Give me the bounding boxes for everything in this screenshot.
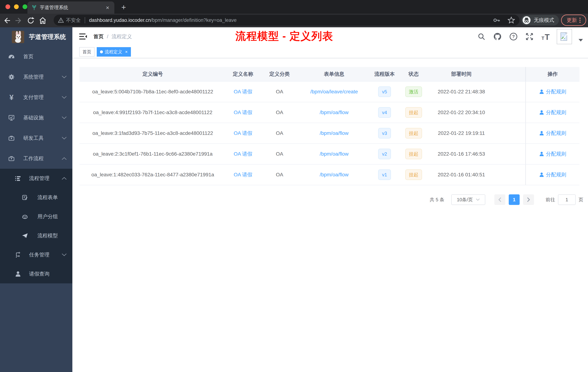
- browser-tab[interactable]: 芋道管理系统 ×: [27, 1, 114, 14]
- fullscreen-icon[interactable]: [525, 32, 534, 41]
- sidebar-toggle-icon[interactable]: [79, 33, 87, 40]
- chevron-down-icon: [62, 116, 67, 119]
- status-badge: 挂起: [405, 149, 422, 159]
- version-badge: v5: [378, 87, 391, 97]
- key-icon[interactable]: [493, 17, 500, 24]
- definition-id: oa_leave:3:1fad3d93-7b75-11ec-a3c8-acde4…: [79, 123, 226, 143]
- sidebar-item-system[interactable]: 系统管理: [0, 67, 72, 87]
- zoom-window-button[interactable]: [22, 4, 27, 9]
- deploy-time: 2022-01-22 21:48:38: [427, 82, 495, 102]
- avatar-caret-icon[interactable]: [578, 39, 583, 42]
- sidebar-item-dev-tools[interactable]: 研发工具: [0, 128, 72, 148]
- bookmark-star-icon[interactable]: [507, 16, 515, 24]
- back-icon[interactable]: [1, 15, 12, 26]
- github-icon[interactable]: [493, 32, 502, 41]
- definition-id: oa_leave:1:482ec033-762a-11ec-8477-a2380…: [79, 164, 226, 185]
- sidebar-item-process-management[interactable]: 流程管理: [0, 169, 72, 188]
- definition-name-link[interactable]: OA 请假: [234, 88, 252, 95]
- incognito-label: 无痕模式: [534, 17, 554, 24]
- col-definition-name: 定义名称: [226, 67, 260, 81]
- forward-icon[interactable]: [13, 15, 24, 26]
- person-icon: [539, 172, 544, 177]
- sidebar-item-user-group[interactable]: 用户分组: [0, 207, 72, 226]
- breadcrumb-home[interactable]: 首页: [94, 33, 104, 40]
- col-status: 状态: [400, 67, 427, 81]
- form-icon: [22, 194, 28, 201]
- definition-name-link[interactable]: OA 请假: [234, 109, 252, 116]
- version-badge: v1: [378, 169, 391, 180]
- col-form-info: 表单信息: [299, 67, 369, 81]
- window-controls: [5, 4, 27, 9]
- table-row: oa_leave:5:004b710b-7b8a-11ec-8ef0-acde4…: [79, 82, 579, 102]
- assign-rule-button[interactable]: 分配规则: [539, 130, 566, 137]
- definition-name-link[interactable]: OA 请假: [234, 130, 252, 137]
- assign-rule-button[interactable]: 分配规则: [539, 88, 566, 95]
- sidebar-item-leave-query[interactable]: 请假查询: [0, 264, 72, 283]
- home-icon[interactable]: [37, 15, 48, 26]
- table-header: 定义编号 定义名称 定义分类 表单信息 流程版本 状态 部署时间 操作: [79, 67, 579, 82]
- definition-category: OA: [260, 123, 299, 143]
- sidebar-item-process-model[interactable]: 流程模型: [0, 226, 72, 245]
- form-link[interactable]: /bpm/oa/flow: [320, 151, 348, 157]
- security-status[interactable]: 不安全: [58, 17, 81, 23]
- assign-rule-button[interactable]: 分配规则: [539, 151, 566, 157]
- table-row: oa_leave:2:3c1f0ef1-76b1-11ec-9c66-a2380…: [79, 144, 579, 164]
- tab-close-icon[interactable]: ×: [105, 5, 110, 11]
- paper-plane-icon: [22, 233, 28, 239]
- gear-icon: [8, 74, 15, 80]
- app-title: 芋道管理系统: [29, 33, 66, 41]
- definition-name-link[interactable]: OA 请假: [234, 171, 252, 178]
- content: 定义编号 定义名称 定义分类 表单信息 流程版本 状态 部署时间 操作 oa_l…: [72, 59, 588, 372]
- assign-rule-button[interactable]: 分配规则: [539, 109, 566, 116]
- sidebar-item-workflow[interactable]: 工作流程: [0, 148, 72, 169]
- sidebar-item-process-form[interactable]: 流程表单: [0, 188, 72, 207]
- version-badge: v4: [378, 107, 391, 118]
- definition-table: 定义编号 定义名称 定义分类 表单信息 流程版本 状态 部署时间 操作 oa_l…: [79, 67, 579, 185]
- workflow-submenu: 流程管理 流程表单 用户分组: [0, 169, 72, 283]
- browser-menu-icon[interactable]: [579, 18, 580, 23]
- update-button[interactable]: 更新: [561, 15, 586, 26]
- annotation-overlay: 流程模型 - 定义列表: [235, 29, 333, 43]
- goto-label: 前往: [546, 197, 555, 203]
- font-size-icon[interactable]: TT: [541, 32, 550, 41]
- new-tab-button[interactable]: +: [118, 2, 129, 12]
- chevron-down-icon: [476, 198, 480, 201]
- page-number-button[interactable]: 1: [509, 194, 520, 205]
- sidebar: 芋道管理系统 首页 系统管理 ¥ 支付管理: [0, 27, 72, 372]
- help-icon[interactable]: ?: [509, 32, 518, 41]
- definition-name-link[interactable]: OA 请假: [234, 151, 252, 157]
- tag-close-icon[interactable]: ×: [125, 49, 128, 55]
- sidebar-item-infrastructure[interactable]: 基础设施: [0, 108, 72, 128]
- reload-icon[interactable]: [25, 15, 36, 26]
- browser-toolbar: 不安全 dashboard.yudao.iocoder.cn/bpm/manag…: [0, 14, 588, 27]
- form-link[interactable]: /bpm/oa/flow: [320, 172, 348, 178]
- avatar[interactable]: [557, 29, 572, 44]
- goto-page-input[interactable]: [558, 194, 576, 205]
- status-badge: 挂起: [405, 128, 422, 139]
- sidebar-item-home[interactable]: 首页: [0, 46, 72, 67]
- warning-icon: [58, 17, 64, 23]
- svg-text:T: T: [545, 33, 550, 41]
- chevron-up-icon: [62, 177, 67, 180]
- svg-text:T: T: [541, 35, 544, 41]
- breadcrumb-separator: /: [107, 34, 108, 40]
- form-link[interactable]: /bpm/oa/flow: [320, 109, 348, 115]
- form-link[interactable]: /bpm/oa/leave/create: [310, 89, 358, 95]
- sidebar-item-task-management[interactable]: 任务管理: [0, 245, 72, 264]
- minimize-window-button[interactable]: [14, 4, 19, 9]
- search-icon[interactable]: [477, 32, 486, 41]
- tag-process-definition[interactable]: 流程定义 ×: [97, 47, 131, 57]
- close-window-button[interactable]: [5, 4, 10, 9]
- favicon-plant-icon: [32, 5, 37, 10]
- sidebar-item-payment[interactable]: ¥ 支付管理: [0, 87, 72, 108]
- prev-page-button[interactable]: [494, 194, 505, 205]
- deploy-time: 2022-01-22 20:34:10: [427, 102, 495, 123]
- assign-rule-button[interactable]: 分配规则: [539, 171, 566, 178]
- deploy-time: 2022-01-22 19:19:11: [427, 123, 495, 143]
- address-bar[interactable]: 不安全 dashboard.yudao.iocoder.cn/bpm/manag…: [54, 15, 519, 26]
- tag-home[interactable]: 首页: [79, 47, 94, 57]
- page-size-select[interactable]: 10条/页: [451, 194, 485, 205]
- next-page-button[interactable]: [523, 194, 534, 205]
- app-logo[interactable]: 芋道管理系统: [0, 27, 72, 46]
- form-link[interactable]: /bpm/oa/flow: [320, 130, 348, 136]
